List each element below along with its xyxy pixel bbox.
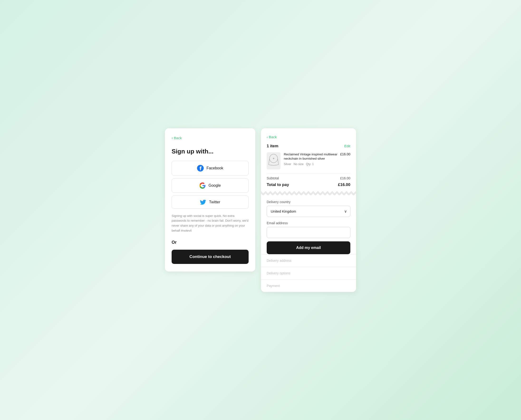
totals-section: Subtotal £16.00 Total to pay £16.00 [261, 173, 356, 191]
email-input[interactable] [267, 227, 350, 238]
order-divider [267, 173, 350, 173]
back-label-left: Back [174, 136, 182, 140]
delivery-address-row: Delivery address [261, 254, 356, 267]
subtotal-value: £16.00 [340, 176, 350, 180]
or-divider: Or [172, 240, 249, 245]
country-select[interactable]: United Kingdom United States Australia C… [267, 206, 350, 217]
product-qty: Qty: 1 [306, 163, 314, 166]
svg-rect-1 [267, 152, 280, 169]
back-button-left[interactable]: ‹ Back [172, 136, 249, 140]
total-row: Total to pay £16.00 [267, 182, 350, 187]
product-details: Reclaimed Vintage inspired multiwear nec… [284, 152, 350, 166]
product-name: Reclaimed Vintage inspired multiwear nec… [284, 152, 340, 161]
product-info: Reclaimed Vintage inspired multiwear nec… [284, 152, 340, 166]
delivery-options-row: Delivery options [261, 267, 356, 279]
page-container: ‹ Back Sign up with... Facebook [165, 128, 356, 292]
twitter-label: Twitter [209, 200, 220, 204]
order-header: 1 item Edit [267, 144, 350, 149]
edit-link[interactable]: Edit [344, 144, 350, 148]
chevron-left-icon-right: ‹ [267, 135, 268, 139]
product-color: Silver [284, 163, 291, 166]
svg-point-2 [273, 158, 274, 159]
product-item-row: Reclaimed Vintage inspired multiwear nec… [284, 152, 350, 166]
order-item: Reclaimed Vintage inspired multiwear nec… [267, 152, 350, 169]
twitter-signup-button[interactable]: Twitter [172, 195, 249, 209]
google-label: Google [208, 183, 221, 188]
zigzag-divider [261, 191, 356, 195]
left-panel: ‹ Back Sign up with... Facebook [165, 128, 255, 271]
country-select-wrapper: United Kingdom United States Australia C… [267, 206, 350, 217]
social-buttons-group: Facebook Google Twitter [172, 161, 249, 209]
right-panel-top: ‹ Back 1 item Edit [261, 128, 356, 169]
facebook-signup-button[interactable]: Facebook [172, 161, 249, 176]
product-meta: Silver No size Qty: 1 [284, 163, 340, 166]
facebook-icon [197, 165, 204, 172]
google-signup-button[interactable]: Google [172, 178, 249, 193]
right-panel: ‹ Back 1 item Edit [261, 128, 356, 292]
bottom-sections: Delivery address Delivery options Paymen… [261, 254, 356, 292]
delivery-country-label: Delivery country [267, 200, 350, 204]
product-image [267, 152, 280, 169]
product-size: No size [293, 163, 304, 166]
back-label-right: Back [269, 135, 277, 139]
google-icon [199, 182, 206, 189]
chevron-left-icon: ‹ [172, 136, 173, 140]
twitter-icon [200, 200, 206, 205]
payment-row: Payment [261, 279, 356, 292]
checkout-section: Delivery country United Kingdom United S… [261, 200, 356, 254]
facebook-label: Facebook [207, 166, 223, 170]
back-button-right[interactable]: ‹ Back [267, 135, 350, 139]
product-price: £16.00 [340, 152, 350, 156]
subtotal-row: Subtotal £16.00 [267, 176, 350, 180]
item-count: 1 item [267, 144, 278, 149]
continue-to-checkout-button[interactable]: Continue to checkout [172, 250, 249, 264]
total-label: Total to pay [267, 182, 289, 187]
email-label: Email address [267, 221, 350, 225]
total-value: £16.00 [338, 182, 350, 187]
subtotal-label: Subtotal [267, 176, 279, 180]
sign-up-title: Sign up with... [172, 148, 249, 155]
disclaimer-text: Signing up with social is super quick. N… [172, 214, 249, 233]
add-email-button[interactable]: Add my email [267, 241, 350, 254]
